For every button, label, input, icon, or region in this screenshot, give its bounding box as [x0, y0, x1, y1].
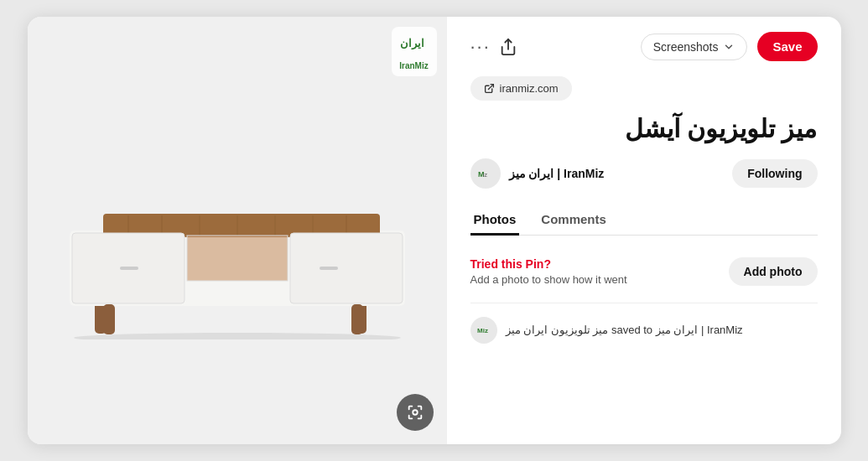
top-bar: ··· Screenshots Save — [470, 32, 818, 61]
watermark-name: IranMiz — [399, 60, 428, 71]
tabs-row: Photos Comments — [470, 205, 818, 236]
author-avatar[interactable]: M iz — [470, 158, 501, 189]
product-image — [44, 122, 430, 339]
author-info: M iz IranMiz | ایران میز — [470, 158, 605, 189]
pin-title: میز تلویزیون آیشل — [470, 112, 818, 145]
image-panel: ایران IranMiz — [28, 17, 447, 444]
pin-card: ایران IranMiz ··· — [28, 17, 841, 444]
following-button[interactable]: Following — [732, 159, 817, 188]
svg-rect-15 — [290, 233, 403, 303]
author-name[interactable]: IranMiz | ایران میز — [509, 167, 605, 180]
svg-point-21 — [74, 333, 401, 339]
saved-row: Miz IranMiz | ایران میز saved to میز تلو… — [470, 313, 818, 344]
saved-avatar[interactable]: Miz — [470, 317, 497, 344]
share-button[interactable] — [499, 38, 517, 56]
board-selector-label: Screenshots — [653, 40, 719, 54]
saved-text: IranMiz | ایران میز saved to میز تلویزیو… — [506, 324, 743, 336]
author-row: M iz IranMiz | ایران میز Following — [470, 158, 818, 189]
watermark: ایران IranMiz — [392, 27, 437, 76]
svg-text:ایران: ایران — [400, 37, 424, 50]
save-button[interactable]: Save — [757, 32, 817, 61]
top-bar-left: ··· — [470, 38, 631, 56]
svg-rect-19 — [103, 304, 115, 334]
tried-title: Tried this Pin? — [470, 257, 627, 271]
svg-point-23 — [413, 410, 418, 415]
svg-text:iz: iz — [483, 172, 488, 178]
svg-rect-18 — [320, 267, 338, 270]
divider — [470, 303, 818, 303]
tried-subtitle: Add a photo to show how it went — [470, 273, 627, 286]
tried-text-block: Tried this Pin? Add a photo to show how … — [470, 257, 627, 286]
svg-rect-20 — [351, 304, 363, 334]
board-selector[interactable]: Screenshots — [641, 34, 748, 60]
tab-photos[interactable]: Photos — [470, 205, 520, 236]
tab-comments[interactable]: Comments — [538, 205, 610, 236]
source-link-text: iranmiz.com — [500, 82, 559, 95]
external-link-icon — [484, 83, 495, 94]
watermark-logo: ایران — [398, 32, 430, 60]
svg-rect-11 — [187, 236, 288, 281]
detail-panel: ··· Screenshots Save — [447, 17, 841, 444]
svg-rect-17 — [120, 267, 138, 270]
source-link[interactable]: iranmiz.com — [470, 76, 572, 101]
more-options-button[interactable]: ··· — [470, 38, 491, 56]
add-photo-button[interactable]: Add photo — [729, 257, 818, 286]
scan-button[interactable] — [397, 394, 434, 431]
svg-text:Miz: Miz — [477, 327, 488, 334]
svg-line-25 — [488, 85, 493, 90]
tried-section: Tried this Pin? Add a photo to show how … — [470, 251, 818, 299]
